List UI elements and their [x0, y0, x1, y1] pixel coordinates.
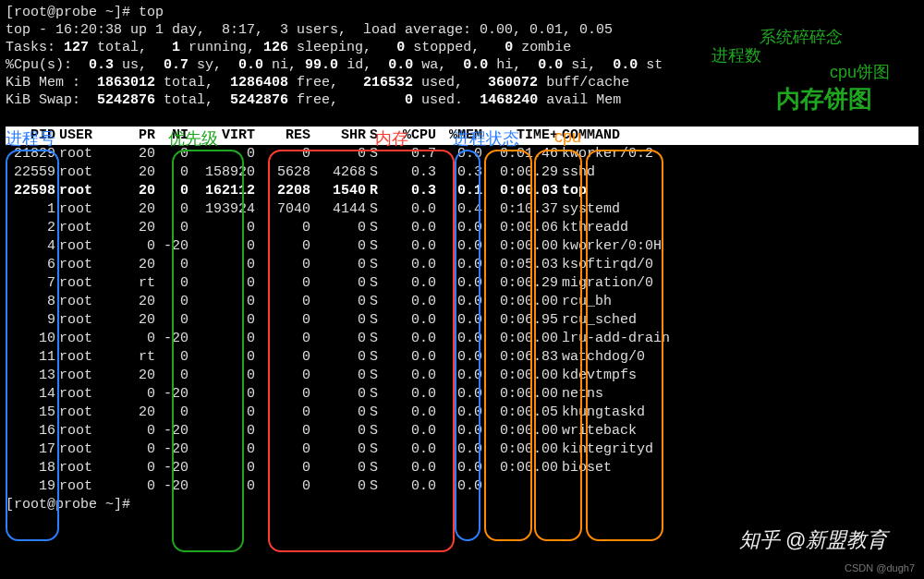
- cell-cpu: 0.0: [388, 422, 436, 440]
- cell-pid: 13: [6, 367, 55, 385]
- cell-user: root: [55, 237, 122, 256]
- cell-time: 0:00.00: [482, 367, 558, 385]
- table-row: 8root200000S0.00.00:00.00rcu_bh: [6, 293, 918, 311]
- cell-pid: 8: [6, 293, 55, 311]
- cell-mem: 0.3: [436, 163, 482, 182]
- cell-ni: 0: [155, 182, 188, 200]
- cell-s: S: [366, 367, 388, 385]
- cell-res: 0: [255, 440, 310, 459]
- cell-cmd: kdevtmpfs: [558, 367, 918, 385]
- cell-pr: 0: [122, 330, 155, 348]
- cell-mem: 0.0: [436, 385, 482, 404]
- cell-ni: 0: [155, 256, 188, 274]
- cell-shr: 0: [310, 219, 366, 237]
- cell-pid: 22598: [6, 182, 55, 200]
- cell-user: root: [55, 385, 122, 404]
- cell-shr: 4144: [310, 200, 366, 219]
- cell-pid: 2: [6, 219, 55, 237]
- cell-res: 0: [255, 219, 310, 237]
- cell-virt: 0: [188, 404, 255, 422]
- cell-ni: -20: [155, 440, 188, 459]
- cell-s: S: [366, 274, 388, 293]
- cell-ni: -20: [155, 422, 188, 440]
- top-summary-line1: top - 16:20:38 up 1 day, 8:17, 3 users, …: [6, 21, 918, 39]
- hdr-time: TIME+: [482, 127, 558, 145]
- cell-pr: 0: [122, 422, 155, 440]
- cell-cmd: systemd: [558, 200, 918, 219]
- cell-mem: 0.1: [436, 182, 482, 200]
- cell-pid: 11: [6, 348, 55, 367]
- hdr-mem: %MEM: [436, 127, 482, 145]
- cell-ni: 0: [155, 163, 188, 182]
- cell-cmd: watchdog/0: [558, 348, 918, 367]
- cell-cmd: top: [558, 182, 918, 200]
- cell-mem: 0.0: [436, 367, 482, 385]
- cell-cmd: kthreadd: [558, 219, 918, 237]
- cell-time: 0:01.46: [482, 145, 558, 163]
- cell-cmd: ksoftirqd/0: [558, 256, 918, 274]
- cell-cmd: sshd: [558, 163, 918, 182]
- cell-time: 0:00.00: [482, 422, 558, 440]
- table-row: 16root0-20000S0.00.00:00.00writeback: [6, 422, 918, 440]
- cell-time: 0:00.00: [482, 237, 558, 256]
- cell-s: S: [366, 293, 388, 311]
- annot-watermark: 知乎 @新盟教育: [739, 526, 887, 554]
- top-summary-swap: KiB Swap: 5242876 total, 5242876 free, 0…: [6, 91, 918, 109]
- cell-cpu: 0.0: [388, 367, 436, 385]
- cell-mem: 0.0: [436, 422, 482, 440]
- hdr-shr: SHR: [310, 127, 366, 145]
- cell-cpu: 0.0: [388, 293, 436, 311]
- cell-s: S: [366, 404, 388, 422]
- cell-res: 7040: [255, 200, 310, 219]
- cell-pid: 16: [6, 422, 55, 440]
- cell-ni: -20: [155, 459, 188, 477]
- cell-cpu: 0.7: [388, 145, 436, 163]
- cell-ni: -20: [155, 330, 188, 348]
- cell-shr: 1540: [310, 182, 366, 200]
- cell-time: 0:05.03: [482, 256, 558, 274]
- cell-shr: 0: [310, 330, 366, 348]
- cell-res: 0: [255, 367, 310, 385]
- cell-cpu: 0.0: [388, 256, 436, 274]
- cell-user: root: [55, 311, 122, 330]
- cell-pr: 20: [122, 293, 155, 311]
- cell-mem: 0.0: [436, 274, 482, 293]
- cell-s: S: [366, 311, 388, 330]
- cell-pid: 9: [6, 311, 55, 330]
- cell-res: 0: [255, 274, 310, 293]
- cell-ni: 0: [155, 311, 188, 330]
- cell-mem: 0.0: [436, 477, 482, 496]
- cell-user: root: [55, 330, 122, 348]
- cell-s: S: [366, 477, 388, 496]
- cell-pid: 14: [6, 385, 55, 404]
- cell-shr: 0: [310, 237, 366, 256]
- cell-pid: 4: [6, 237, 55, 256]
- table-row: 1root20019392470404144S0.00.40:10.37syst…: [6, 200, 918, 219]
- cell-user: root: [55, 200, 122, 219]
- cell-mem: 0.0: [436, 459, 482, 477]
- table-row: 18root0-20000S0.00.00:00.00bioset: [6, 459, 918, 477]
- cell-s: S: [366, 330, 388, 348]
- cell-time: 0:06.83: [482, 348, 558, 367]
- cell-cmd: migration/0: [558, 274, 918, 293]
- cell-pr: 20: [122, 200, 155, 219]
- cell-res: 0: [255, 404, 310, 422]
- cell-cmd: netns: [558, 385, 918, 404]
- cell-mem: 0.0: [436, 145, 482, 163]
- cell-res: 0: [255, 237, 310, 256]
- annot-csdn: CSDN @dugh7: [845, 562, 915, 573]
- hdr-pid: PID: [6, 127, 55, 145]
- cell-s: S: [366, 219, 388, 237]
- cell-virt: 0: [188, 274, 255, 293]
- cell-virt: 0: [188, 385, 255, 404]
- cell-user: root: [55, 219, 122, 237]
- terminal-window[interactable]: [root@probe ~]# top top - 16:20:38 up 1 …: [0, 0, 924, 517]
- cell-user: root: [55, 440, 122, 459]
- hdr-cpu: %CPU: [388, 127, 436, 145]
- cell-user: root: [55, 293, 122, 311]
- cell-res: 0: [255, 422, 310, 440]
- cell-mem: 0.0: [436, 404, 482, 422]
- cell-time: 0:00.29: [482, 274, 558, 293]
- cell-pr: rt: [122, 348, 155, 367]
- cell-cmd: kworker/0:2: [558, 145, 918, 163]
